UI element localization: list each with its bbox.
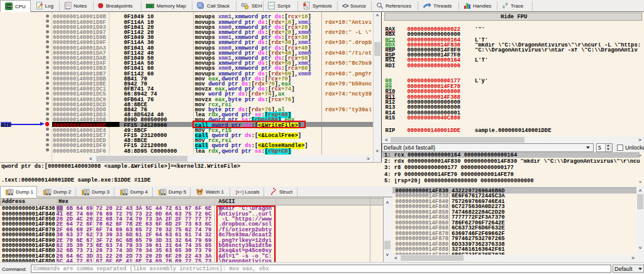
svg-text:<>: <> [269, 4, 274, 8]
svg-text:010: 010 [7, 5, 12, 8]
